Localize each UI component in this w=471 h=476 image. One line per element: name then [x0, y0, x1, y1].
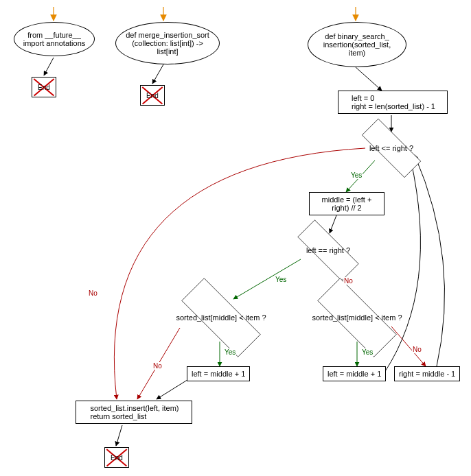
- func3-end-terminal: End: [104, 447, 129, 468]
- label-no-cmp-b: No: [412, 346, 422, 353]
- func1-end-text: End: [38, 84, 50, 91]
- label-no-eq: No: [343, 277, 354, 285]
- func2-end-terminal: End: [140, 85, 165, 106]
- label-yes-cmp-a: Yes: [224, 348, 236, 356]
- func2-end-text: End: [146, 92, 159, 99]
- cmp-b-text: sorted_list[middle] < item ?: [312, 313, 402, 322]
- label-yes-1: Yes: [350, 171, 363, 179]
- middle-assign-rect: middle = (left + right) // 2: [309, 192, 384, 215]
- func3-def-text: def binary_search_ insertion(sorted_list…: [315, 32, 399, 57]
- right-mid-minus-text: right = middle - 1: [399, 370, 455, 378]
- func1-def-ellipse: from __future__ import annotations: [14, 22, 95, 56]
- svg-line-4: [152, 64, 163, 84]
- func3-end-text: End: [111, 454, 123, 462]
- init-rect: left = 0 right = len(sorted_list) - 1: [338, 91, 448, 114]
- label-yes-eq: Yes: [275, 276, 287, 283]
- init-text: left = 0 right = len(sorted_list) - 1: [352, 94, 435, 110]
- svg-line-8: [330, 215, 336, 233]
- final-rect: sorted_list.insert(left, item) return so…: [76, 401, 192, 424]
- loop-cond-text: left <= right ?: [369, 144, 413, 152]
- svg-line-14: [157, 379, 189, 399]
- func2-def-ellipse: def merge_insertion_sort (collection: li…: [115, 22, 220, 64]
- middle-assign-text: middle = (left + right) // 2: [314, 195, 380, 212]
- func1-def-text: from __future__ import annotations: [21, 31, 87, 47]
- cmp-b-diamond: sorted_list[middle] < item ?: [301, 295, 413, 340]
- label-no-loop: No: [88, 289, 98, 297]
- left-mid-plus-a-rect: left = middle + 1: [187, 366, 250, 381]
- func3-def-ellipse: def binary_search_ insertion(sorted_list…: [308, 22, 406, 67]
- final-text: sorted_list.insert(left, item) return so…: [91, 404, 179, 420]
- left-mid-plus-b-rect: left = middle + 1: [323, 366, 386, 381]
- left-mid-plus-a-text: left = middle + 1: [192, 370, 245, 378]
- loop-cond-diamond: left <= right ?: [349, 132, 434, 165]
- left-mid-plus-b-text: left = middle + 1: [328, 370, 381, 378]
- func1-end-terminal: End: [32, 77, 56, 97]
- cmp-a-diamond: sorted_list[middle] < item ?: [165, 295, 277, 340]
- cmp-a-text: sorted_list[middle] < item ?: [176, 313, 266, 322]
- svg-line-15: [116, 425, 122, 446]
- eq-cond-text: left == right ?: [306, 246, 350, 254]
- func2-def-text: def merge_insertion_sort (collection: li…: [123, 31, 212, 56]
- edges-layer: [0, 0, 471, 476]
- svg-line-5: [356, 67, 382, 91]
- right-mid-minus-rect: right = middle - 1: [394, 366, 460, 381]
- label-no-cmp-a: No: [152, 362, 163, 370]
- label-yes-cmp-b: Yes: [361, 348, 374, 356]
- svg-line-3: [44, 58, 54, 75]
- eq-cond-diamond: left == right ?: [284, 233, 372, 267]
